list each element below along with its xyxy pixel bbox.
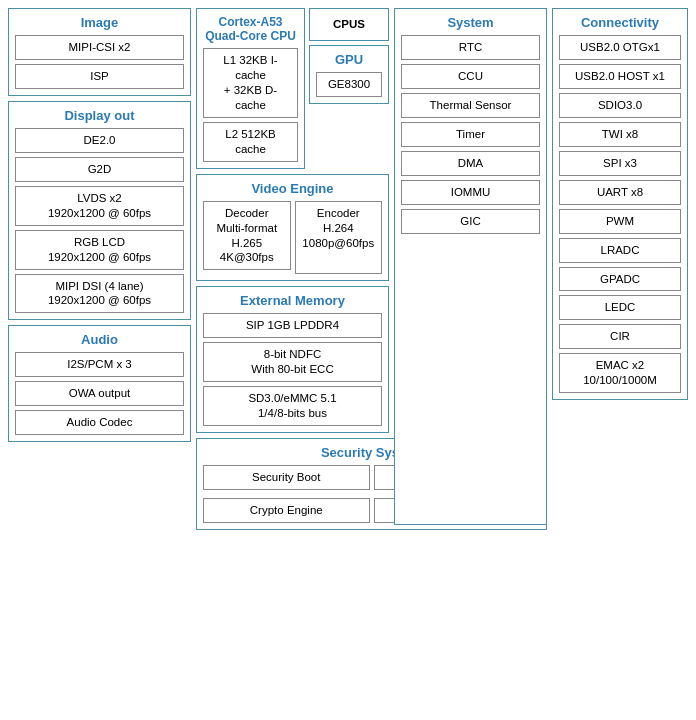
video-engine-block: Video Engine Decoder Multi-format H.265 … — [196, 174, 389, 282]
connectivity-title: Connectivity — [559, 15, 681, 30]
cortex-block: Cortex-A53 Quad-Core CPU L1 32KB I-cache… — [196, 8, 305, 169]
usb20-otg-item: USB2.0 OTGx1 — [559, 35, 681, 60]
timer-item: Timer — [401, 122, 540, 147]
sdio30-item: SDIO3.0 — [559, 93, 681, 118]
system-title: System — [401, 15, 540, 30]
cpus-gpu-col: CPUS GPU GE8300 — [309, 8, 389, 169]
audio-codec-item: Audio Codec — [15, 410, 184, 435]
lpddr4-item: SIP 1GB LPDDR4 — [203, 313, 382, 338]
column-4: Connectivity USB2.0 OTGx1 USB2.0 HOST x1… — [552, 8, 688, 530]
ndfc-item: 8-bit NDFC With 80-bit ECC — [203, 342, 382, 382]
ledc-item: LEDC — [559, 295, 681, 320]
ccu-item: CCU — [401, 64, 540, 89]
cpu-gpu-row: Cortex-A53 Quad-Core CPU L1 32KB I-cache… — [196, 8, 389, 169]
cpus-item: CPUS — [316, 15, 382, 34]
i2s-pcm-item: I2S/PCM x 3 — [15, 352, 184, 377]
system-block: System RTC CCU Thermal Sensor Timer DMA … — [394, 8, 547, 525]
iommu-item: IOMMU — [401, 180, 540, 205]
encoder-item: Encoder H.264 1080p@60fps — [295, 201, 383, 275]
video-engine-title: Video Engine — [203, 181, 382, 196]
isp-item: ISP — [15, 64, 184, 89]
mipi-dsi-item: MIPI DSI (4 lane) 1920x1200 @ 60fps — [15, 274, 184, 314]
uart-item: UART x8 — [559, 180, 681, 205]
security-boot-item: Security Boot — [203, 465, 370, 490]
decoder-item: Decoder Multi-format H.265 4K@30fps — [203, 201, 291, 271]
emac-item: EMAC x2 10/100/1000M — [559, 353, 681, 393]
g2d-item: G2D — [15, 157, 184, 182]
rgb-lcd-item: RGB LCD 1920x1200 @ 60fps — [15, 230, 184, 270]
twi-item: TWI x8 — [559, 122, 681, 147]
cir-item: CIR — [559, 324, 681, 349]
l2-cache-item: L2 512KB cache — [203, 122, 298, 162]
pwm-item: PWM — [559, 209, 681, 234]
column-2: Cortex-A53 Quad-Core CPU L1 32KB I-cache… — [196, 8, 389, 530]
crypto-engine-item: Crypto Engine — [203, 498, 370, 523]
spi-item: SPI x3 — [559, 151, 681, 176]
de20-item: DE2.0 — [15, 128, 184, 153]
lvds-item: LVDS x2 1920x1200 @ 60fps — [15, 186, 184, 226]
display-out-title: Display out — [15, 108, 184, 123]
video-engine-inner: Decoder Multi-format H.265 4K@30fps Enco… — [203, 201, 382, 275]
column-1: Image MIPI-CSI x2 ISP Display out DE2.0 … — [8, 8, 191, 530]
display-out-block: Display out DE2.0 G2D LVDS x2 1920x1200 … — [8, 101, 191, 321]
cortex-title: Cortex-A53 Quad-Core CPU — [203, 15, 298, 43]
sd30-item: SD3.0/eMMC 5.1 1/4/8-bits bus — [203, 386, 382, 426]
ge8300-item: GE8300 — [316, 72, 382, 97]
lradc-item: LRADC — [559, 238, 681, 263]
gpu-title: GPU — [316, 52, 382, 67]
column-3: System RTC CCU Thermal Sensor Timer DMA … — [394, 8, 547, 530]
external-memory-block: External Memory SIP 1GB LPDDR4 8-bit NDF… — [196, 286, 389, 433]
thermal-sensor-item: Thermal Sensor — [401, 93, 540, 118]
connectivity-block: Connectivity USB2.0 OTGx1 USB2.0 HOST x1… — [552, 8, 688, 400]
security-left: Security Boot Crypto Engine — [203, 465, 370, 523]
l1-cache-item: L1 32KB I-cache + 32KB D-cache — [203, 48, 298, 118]
dma-item: DMA — [401, 151, 540, 176]
gic-item: GIC — [401, 209, 540, 234]
mipi-csi-item: MIPI-CSI x2 — [15, 35, 184, 60]
external-memory-title: External Memory — [203, 293, 382, 308]
image-title: Image — [15, 15, 184, 30]
gpadc-item: GPADC — [559, 267, 681, 292]
audio-block: Audio I2S/PCM x 3 OWA output Audio Codec — [8, 325, 191, 442]
page-layout: Image MIPI-CSI x2 ISP Display out DE2.0 … — [8, 8, 688, 530]
gpu-block: GPU GE8300 — [309, 45, 389, 104]
rtc-item: RTC — [401, 35, 540, 60]
usb20-host-item: USB2.0 HOST x1 — [559, 64, 681, 89]
audio-title: Audio — [15, 332, 184, 347]
image-block: Image MIPI-CSI x2 ISP — [8, 8, 191, 96]
owa-output-item: OWA output — [15, 381, 184, 406]
cpus-block: CPUS — [309, 8, 389, 41]
